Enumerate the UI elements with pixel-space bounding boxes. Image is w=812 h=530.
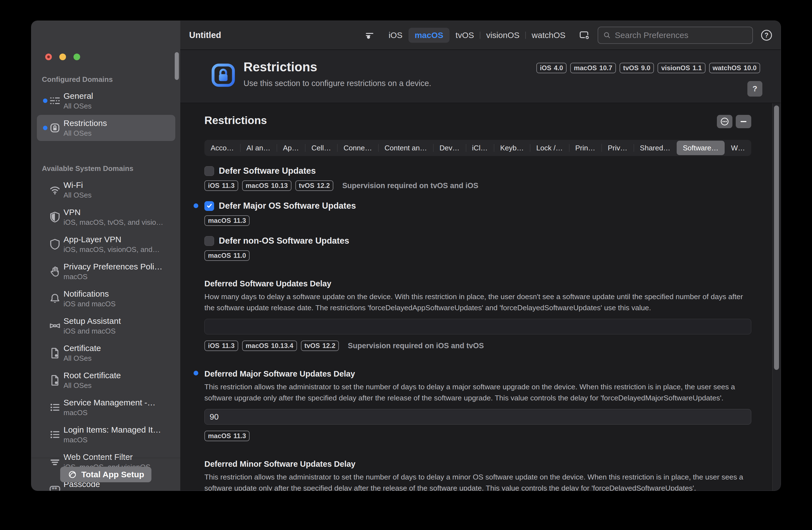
checkbox-defer-major-os-updates[interactable] <box>204 201 214 211</box>
tab-shared[interactable]: Shared… <box>634 140 677 156</box>
os-version-badge: macOS10.13.4 <box>242 341 297 351</box>
tab-connectivity[interactable]: Conne… <box>337 140 378 156</box>
domain-help-button[interactable]: ? <box>748 81 763 97</box>
sidebar: Configured Domains General All OSes <box>31 21 180 491</box>
field-description: This restriction allows the administrato… <box>204 381 751 403</box>
sidebar-item-login-items[interactable]: Login Items: Managed It… macOS <box>37 421 175 448</box>
deferred-major-updates-delay-input[interactable] <box>204 409 751 425</box>
lock-app-icon <box>48 121 61 134</box>
zoom-window-button[interactable] <box>73 54 80 60</box>
sidebar-item-service-management[interactable]: Service Management -… macOS <box>37 394 175 420</box>
main-panel: Untitled iOS macOS tvOS visionOS watchOS <box>180 21 781 491</box>
sidebar-scroll-area: Configured Domains General All OSes <box>31 21 180 491</box>
tab-macos[interactable]: macOS <box>408 28 449 43</box>
sidebar-item-title: Privacy Preferences Poli… <box>63 262 171 272</box>
shield-icon <box>48 238 61 250</box>
sidebar-item-notifications[interactable]: Notifications iOS and macOS <box>37 286 175 312</box>
checkbox-label: Defer Major OS Software Updates <box>219 201 356 211</box>
total-app-setup-label: Total App Setup <box>81 470 144 479</box>
sidebar-item-app-layer-vpn[interactable]: App-Layer VPN iOS, macOS, visionOS, and… <box>37 231 175 257</box>
tab-lock[interactable]: Lock /… <box>530 140 569 156</box>
certificate-icon <box>48 347 61 359</box>
tab-ai[interactable]: AI an… <box>240 140 277 156</box>
more-options-button[interactable] <box>717 115 733 128</box>
sidebar-item-title: Wi-Fi <box>63 180 171 190</box>
deferred-updates-delay-input[interactable] <box>204 319 751 334</box>
tab-printing[interactable]: Prin… <box>569 140 601 156</box>
tab-w[interactable]: W… <box>725 140 751 156</box>
configured-domains-header: Configured Domains <box>42 75 180 84</box>
supervision-note: Supervision required on iOS and tvOS <box>348 342 484 350</box>
remove-section-button[interactable] <box>736 115 751 128</box>
tab-devices[interactable]: Dev… <box>433 140 466 156</box>
domain-header: Restrictions Use this section to configu… <box>180 50 781 103</box>
checkbox-defer-software-updates[interactable] <box>204 166 214 176</box>
tab-ios[interactable]: iOS <box>382 28 408 43</box>
sidebar-item-title: Certificate <box>63 343 171 353</box>
sidebar-item-root-certificate[interactable]: Root Certificate All OSes <box>37 367 175 393</box>
modified-indicator-dot <box>193 203 198 208</box>
device-check-icon[interactable] <box>578 29 591 42</box>
window-controls <box>45 54 80 60</box>
tab-watchos[interactable]: watchOS <box>525 28 571 43</box>
list-icon <box>48 428 61 441</box>
sidebar-item-certificate[interactable]: Certificate All OSes <box>37 340 175 366</box>
total-app-setup-button[interactable]: Total App Setup <box>60 467 151 482</box>
total-app-setup-icon <box>68 470 77 479</box>
tab-keyboard[interactable]: Keyb… <box>494 140 530 156</box>
search-field[interactable] <box>598 27 753 44</box>
tab-content[interactable]: Content an… <box>378 140 433 156</box>
app-window: Configured Domains General All OSes <box>31 21 781 491</box>
tab-privacy[interactable]: Priv… <box>601 140 634 156</box>
wifi-icon <box>48 183 61 196</box>
os-version-badge: macOS10.7 <box>570 63 616 73</box>
os-version-badge: iOS11.3 <box>204 341 238 351</box>
minus-icon <box>738 116 749 127</box>
search-input[interactable] <box>615 30 748 40</box>
tab-apps[interactable]: Ap… <box>277 140 305 156</box>
sidebar-item-title: Root Certificate <box>63 370 171 381</box>
setting-row-defer-software-updates: Defer Software Updates iOS11.3 macOS10.1… <box>204 166 751 191</box>
sidebar-item-subtitle: macOS <box>63 408 171 417</box>
minimize-window-button[interactable] <box>59 54 66 60</box>
sidebar-item-vpn[interactable]: VPN iOS, macOS, tvOS, and visio… <box>37 204 175 230</box>
os-version-badge: macOS11.3 <box>204 215 250 226</box>
sidebar-scrollbar-thumb[interactable] <box>175 52 179 80</box>
sidebar-item-setup-assistant[interactable]: Setup Assistant iOS and macOS <box>37 313 175 339</box>
tab-tvos[interactable]: tvOS <box>450 28 480 43</box>
tab-visionos[interactable]: visionOS <box>480 28 525 43</box>
sidebar-item-subtitle: All OSes <box>63 191 171 200</box>
filter-icon[interactable] <box>364 29 376 41</box>
checkbox-label: Defer non-OS Software Updates <box>219 236 349 246</box>
sidebar-item-subtitle: iOS, macOS, tvOS, and visio… <box>63 218 171 227</box>
tab-cellular[interactable]: Cell… <box>305 140 337 156</box>
content-area: Restrictions <box>180 103 781 491</box>
available-domains-header: Available System Domains <box>42 164 180 173</box>
tab-icloud[interactable]: iCl… <box>466 140 494 156</box>
sidebar-item-privacy-preferences[interactable]: Privacy Preferences Poli… macOS <box>37 258 175 284</box>
ellipsis-circle-icon <box>719 116 730 127</box>
checkbox-defer-non-os-updates[interactable] <box>204 236 214 246</box>
sidebar-item-wifi[interactable]: Wi-Fi All OSes <box>37 177 175 203</box>
shield-half-icon <box>48 211 61 224</box>
list-icon <box>48 401 61 414</box>
sidebar-item-subtitle: iOS, macOS, visionOS, and… <box>63 245 171 254</box>
modified-indicator-dot <box>43 126 47 130</box>
sidebar-item-restrictions[interactable]: Restrictions All OSes <box>37 115 175 141</box>
os-version-badge: iOS11.3 <box>204 181 238 191</box>
sidebar-item-subtitle: All OSes <box>63 102 171 111</box>
close-window-button[interactable] <box>45 54 52 60</box>
search-icon <box>603 31 611 40</box>
sidebar-footer: Total App Setup <box>31 458 180 491</box>
help-icon[interactable]: ? <box>759 28 773 42</box>
supervision-note: Supervision required on tvOS and iOS <box>342 182 478 190</box>
domain-subtitle: Use this section to configure restrictio… <box>244 79 431 88</box>
tab-accounts[interactable]: Acco… <box>204 140 240 156</box>
sidebar-item-general[interactable]: General All OSes <box>37 88 175 114</box>
sidebar-item-title: Login Items: Managed It… <box>63 425 171 435</box>
checkbox-label: Defer Software Updates <box>219 166 316 176</box>
document-title: Untitled <box>189 30 221 40</box>
tab-software[interactable]: Software… <box>677 141 725 155</box>
sidebar-item-subtitle: macOS <box>63 435 171 444</box>
field-description: This restriction allows the administrato… <box>204 471 751 491</box>
